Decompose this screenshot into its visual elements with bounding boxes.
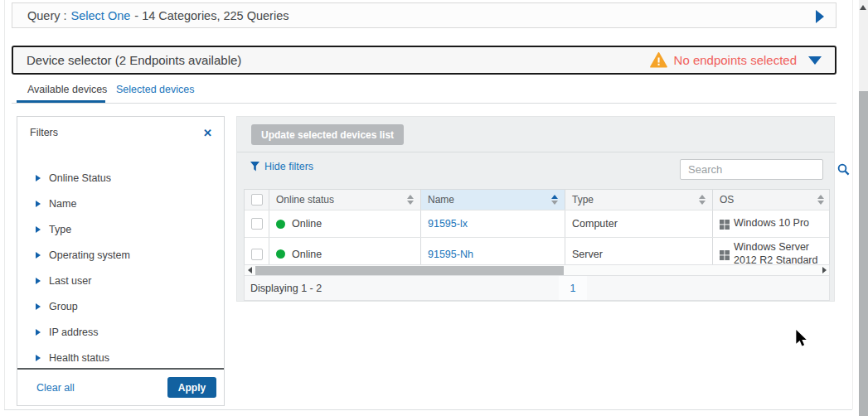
- scroll-left-icon[interactable]: [245, 267, 255, 273]
- chevron-right-icon: [36, 278, 41, 284]
- column-header-os[interactable]: OS: [713, 190, 831, 210]
- filter-item-label: Online Status: [49, 172, 111, 184]
- scroll-right-icon[interactable]: [819, 267, 829, 273]
- column-header-type[interactable]: Type: [565, 190, 713, 210]
- filter-item-label: Last user: [49, 275, 91, 287]
- sort-icon-ascending[interactable]: [551, 195, 558, 205]
- horizontal-scrollbar-thumb[interactable]: [255, 266, 564, 275]
- filter-item-online-status[interactable]: Online Status: [17, 165, 224, 191]
- filter-item-type[interactable]: Type: [17, 216, 224, 242]
- page-number-button[interactable]: 1: [559, 276, 587, 300]
- chevron-right-icon: [36, 355, 41, 361]
- page-bottom-divider: [4, 409, 852, 410]
- os-label: Windows 10 Pro: [734, 217, 809, 230]
- horizontal-scrollbar[interactable]: [244, 264, 830, 276]
- column-header-name[interactable]: Name: [421, 190, 565, 210]
- device-selector-page: Query : Select One - 14 Categories, 225 …: [0, 0, 868, 416]
- filter-item-operating-system[interactable]: Operating system: [17, 242, 224, 268]
- windows-icon: [720, 250, 730, 260]
- row-checkbox[interactable]: [251, 218, 263, 230]
- search-icon[interactable]: [837, 163, 850, 176]
- close-filters-icon[interactable]: ✕: [203, 128, 212, 138]
- select-all-cell: [245, 190, 269, 210]
- online-status-dot: [276, 249, 285, 259]
- chevron-right-icon: [36, 201, 41, 207]
- filter-item-label: Name: [49, 198, 76, 210]
- table-header-row: Online status Name Type OS: [245, 190, 829, 210]
- expand-query-icon[interactable]: [816, 10, 824, 23]
- tab-selected-devices[interactable]: Selected devices: [116, 84, 195, 95]
- tab-available-devices[interactable]: Available devices: [27, 84, 107, 95]
- column-label: Type: [572, 194, 594, 206]
- column-label: Name: [428, 194, 454, 206]
- hide-filters-link[interactable]: Hide filters: [250, 161, 313, 172]
- query-bar: Query : Select One - 14 Categories, 225 …: [12, 2, 836, 28]
- device-name-link[interactable]: 91595-lx: [428, 218, 468, 230]
- no-endpoints-warning: No endpoints selected: [674, 53, 797, 67]
- online-status-cell: Online: [269, 210, 421, 237]
- query-select-link[interactable]: Select One: [71, 9, 131, 22]
- scroll-up-icon[interactable]: [860, 5, 866, 10]
- chevron-right-icon: [36, 252, 41, 259]
- sort-icon[interactable]: [699, 195, 706, 205]
- device-name-link[interactable]: 91595-Nh: [428, 249, 473, 260]
- online-status-label: Online: [292, 249, 322, 260]
- name-cell: 91595-lx: [421, 210, 565, 237]
- sort-icon[interactable]: [817, 195, 824, 205]
- filters-footer: Clear all Apply: [17, 368, 224, 405]
- update-selected-devices-button[interactable]: Update selected devices list: [251, 124, 404, 145]
- filter-item-last-user[interactable]: Last user: [17, 268, 224, 293]
- select-all-checkbox[interactable]: [251, 194, 263, 206]
- tabs-divider: [12, 103, 836, 104]
- filter-item-ip-address[interactable]: IP address: [17, 319, 224, 345]
- os-label: Windows Server 2012 R2 Standard: [734, 241, 824, 267]
- devices-card: Update selected devices list Hide filter…: [236, 116, 835, 302]
- os-cell: Windows 10 Pro: [713, 210, 831, 237]
- sort-icon[interactable]: [407, 195, 414, 205]
- filter-item-label: Type: [49, 224, 71, 235]
- row-select-cell: [245, 210, 269, 237]
- search-input[interactable]: [681, 163, 837, 176]
- filter-item-label: Operating system: [49, 249, 130, 261]
- table-row: Online 91595-lx Computer Windows 10 Pro: [245, 210, 829, 237]
- chevron-right-icon: [36, 303, 41, 310]
- mouse-cursor: [796, 330, 807, 347]
- warning-icon: [650, 52, 667, 68]
- column-label: Online status: [276, 194, 334, 206]
- filter-item-health-status[interactable]: Health status: [17, 345, 224, 370]
- hide-filters-label: Hide filters: [264, 161, 313, 172]
- filter-item-label: Group: [49, 301, 78, 312]
- chevron-right-icon: [36, 226, 41, 233]
- vertical-scrollbar[interactable]: [859, 0, 868, 416]
- clear-all-link[interactable]: Clear all: [36, 382, 75, 394]
- apply-button[interactable]: Apply: [167, 377, 216, 398]
- funnel-icon: [250, 162, 259, 172]
- content-right-border: [852, 0, 853, 409]
- page-left-border: [4, 0, 5, 409]
- filter-item-group[interactable]: Group: [17, 293, 224, 319]
- online-status-dot: [276, 220, 285, 229]
- filter-item-label: IP address: [49, 327, 99, 338]
- displaying-count: Displaying 1 - 2: [250, 283, 322, 294]
- search-box: [680, 159, 823, 180]
- column-header-online-status[interactable]: Online status: [269, 190, 421, 210]
- row-checkbox[interactable]: [251, 249, 263, 260]
- windows-icon: [720, 220, 730, 230]
- filters-panel: Filters ✕ Online Status Name Type Operat…: [17, 116, 225, 406]
- filters-title: Filters: [30, 127, 58, 138]
- device-selector-title: Device selector (2 Endpoints available): [27, 53, 241, 67]
- filter-item-label: Health status: [49, 352, 109, 364]
- devices-table: Online status Name Type OS: [244, 189, 830, 270]
- device-selector-header[interactable]: Device selector (2 Endpoints available) …: [12, 46, 836, 75]
- filter-item-name[interactable]: Name: [17, 191, 224, 216]
- table-footer: Displaying 1 - 2 1: [244, 276, 830, 301]
- collapse-panel-icon[interactable]: [808, 56, 822, 65]
- online-status-label: Online: [292, 218, 322, 230]
- vertical-scrollbar-thumb[interactable]: [859, 91, 868, 416]
- column-label: OS: [720, 194, 734, 206]
- query-summary: - 14 Categories, 225 Queries: [134, 9, 289, 22]
- toolbar-divider: [237, 152, 834, 152]
- type-cell: Computer: [565, 210, 713, 237]
- chevron-right-icon: [36, 329, 41, 336]
- chevron-right-icon: [36, 175, 41, 181]
